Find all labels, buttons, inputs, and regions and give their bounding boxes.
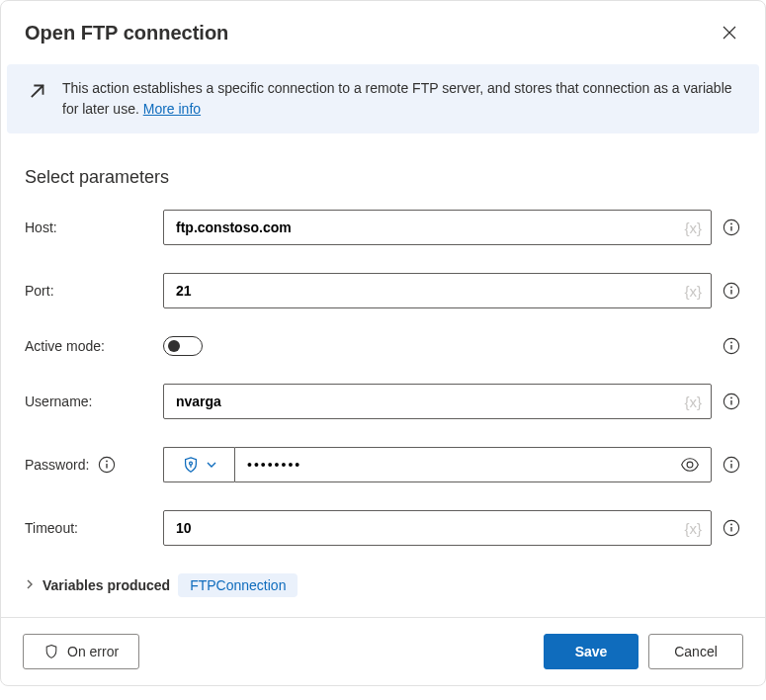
timeout-input[interactable]	[163, 510, 712, 546]
info-icon[interactable]	[97, 455, 117, 475]
dialog-content: Select parameters Host: {x} Port: {x}	[1, 141, 765, 617]
port-label: Port:	[25, 283, 163, 299]
close-icon	[722, 25, 737, 41]
svg-point-15	[189, 462, 192, 465]
shield-outline-icon	[43, 644, 59, 659]
on-error-button[interactable]: On error	[23, 634, 139, 669]
arrow-out-icon	[27, 80, 48, 120]
timeout-row: Timeout: {x}	[25, 510, 741, 546]
svg-point-11	[730, 397, 732, 399]
password-input[interactable]	[234, 447, 712, 482]
svg-point-17	[687, 462, 693, 468]
close-button[interactable]	[718, 21, 741, 44]
host-label: Host:	[25, 219, 163, 235]
password-row: Password:	[25, 447, 741, 482]
svg-point-23	[730, 524, 732, 526]
variables-produced-section[interactable]: Variables produced FTPConnection	[25, 573, 741, 597]
banner-text: This action establishes a specific conne…	[62, 78, 739, 120]
port-input[interactable]	[163, 273, 712, 308]
svg-point-14	[106, 461, 108, 463]
svg-point-2	[730, 223, 732, 225]
host-input[interactable]	[163, 210, 712, 245]
svg-point-8	[730, 342, 732, 344]
svg-point-20	[730, 461, 732, 463]
svg-point-5	[730, 287, 732, 289]
active-mode-label: Active mode:	[25, 338, 163, 354]
password-type-select[interactable]	[163, 447, 234, 482]
info-icon[interactable]	[722, 218, 741, 237]
password-label: Password:	[25, 457, 89, 473]
chevron-right-icon	[25, 578, 35, 592]
host-row: Host: {x}	[25, 210, 741, 245]
save-button[interactable]: Save	[544, 634, 638, 669]
dialog-footer: On error Save Cancel	[1, 617, 765, 685]
dialog-header: Open FTP connection	[1, 1, 765, 56]
username-row: Username: {x}	[25, 384, 741, 419]
info-icon[interactable]	[722, 281, 741, 301]
shield-icon	[182, 456, 200, 474]
active-mode-row: Active mode:	[25, 336, 741, 356]
port-row: Port: {x}	[25, 273, 741, 308]
eye-icon	[680, 455, 700, 475]
info-banner: This action establishes a specific conne…	[7, 64, 759, 133]
active-mode-toggle[interactable]	[163, 336, 203, 356]
more-info-link[interactable]: More info	[143, 101, 201, 117]
timeout-label: Timeout:	[25, 520, 163, 536]
cancel-button[interactable]: Cancel	[648, 634, 743, 669]
on-error-label: On error	[67, 644, 119, 659]
section-title: Select parameters	[25, 167, 741, 188]
dialog-title: Open FTP connection	[25, 22, 228, 44]
chevron-down-icon	[206, 459, 217, 471]
show-password-button[interactable]	[676, 451, 704, 479]
dialog: Open FTP connection This action establis…	[0, 0, 766, 686]
variables-produced-label: Variables produced	[43, 577, 170, 593]
variable-badge[interactable]: FTPConnection	[178, 573, 298, 597]
info-icon[interactable]	[722, 455, 741, 475]
username-label: Username:	[25, 394, 163, 409]
info-icon[interactable]	[722, 518, 741, 538]
info-icon[interactable]	[722, 392, 741, 411]
info-icon[interactable]	[722, 336, 741, 356]
username-input[interactable]	[163, 384, 712, 419]
toggle-knob	[168, 340, 180, 352]
